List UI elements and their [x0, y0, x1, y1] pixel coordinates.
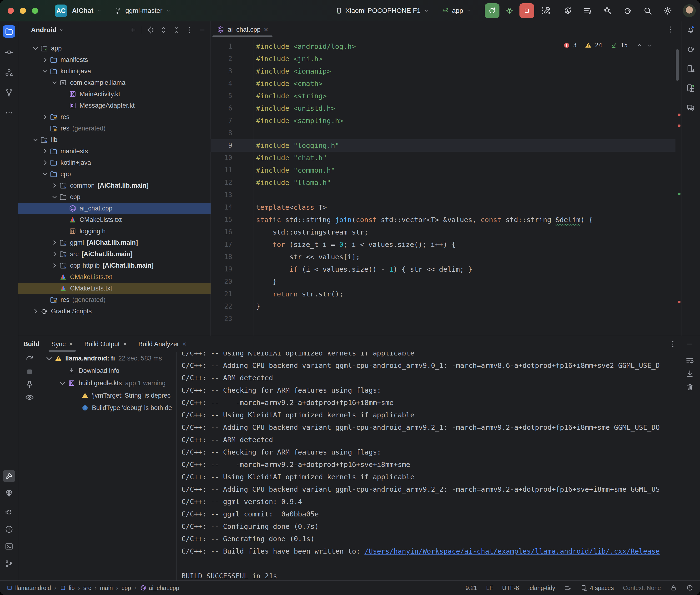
apply-changes-icon[interactable]	[563, 6, 572, 16]
tree-item-cmakelists-txt[interactable]: CMakeLists.txt	[18, 271, 211, 283]
soft-wrap-icon[interactable]	[685, 356, 694, 365]
tree-item-gradle-scripts[interactable]: Gradle Scripts	[18, 306, 211, 317]
tree-item-cmakelists-txt[interactable]: CMakeLists.txt	[18, 214, 211, 225]
error-stripe-mark[interactable]	[678, 124, 680, 127]
build-tree-item[interactable]: 'jvmTarget: String' is deprec	[43, 389, 176, 402]
tree-item-kotlin-java[interactable]: kotlin+java	[18, 157, 211, 168]
chevron-down-icon[interactable]	[50, 78, 59, 87]
collapse-all-icon[interactable]	[172, 26, 180, 34]
project-view-mode[interactable]: Android	[31, 26, 56, 34]
terminal-tool-button[interactable]	[3, 540, 15, 552]
running-devices-button[interactable]	[684, 82, 697, 94]
chevron-down-icon[interactable]	[40, 67, 50, 76]
breadcrumb-llama-android[interactable]: llama.android	[6, 585, 51, 591]
tree-item-com-example-llama[interactable]: com.example.llama	[18, 77, 211, 88]
chevron-right-icon[interactable]	[50, 181, 59, 190]
build-tab-sync[interactable]: Sync×	[46, 336, 79, 352]
tree-item-cpp[interactable]: cpp	[18, 168, 211, 180]
line-ending[interactable]: LF	[486, 585, 493, 591]
expand-all-icon[interactable]	[160, 26, 168, 34]
build-project-icon[interactable]	[543, 6, 552, 16]
chevron-down-icon[interactable]	[40, 170, 50, 178]
settings-icon[interactable]	[663, 6, 672, 16]
caret-position[interactable]: 9:21	[466, 585, 477, 591]
tree-item-cpp-httplib[interactable]: cpp-httplib[AiChat.lib.main]	[18, 260, 211, 271]
close-tab-icon[interactable]: ×	[69, 340, 73, 348]
close-tab-icon[interactable]: ×	[123, 340, 127, 348]
tree-item-lib[interactable]: lib	[18, 134, 211, 145]
chevron-right-icon[interactable]	[40, 112, 50, 121]
version-control-tool-button[interactable]	[3, 558, 15, 570]
tree-item-common[interactable]: common[AiChat.lib.main]	[18, 180, 211, 191]
linter[interactable]: .clang-tidy	[528, 585, 555, 591]
build-console[interactable]: C/C++: -- Using KleidiAI optimized kerne…	[176, 352, 674, 581]
gradle-sync-icon[interactable]	[623, 6, 632, 16]
ok-stripe-mark[interactable]	[678, 193, 680, 195]
tree-item-res[interactable]: res(generated)	[18, 123, 211, 134]
debug-app-button[interactable]	[503, 4, 516, 18]
notifications-button[interactable]	[684, 23, 697, 36]
hide-panel-icon[interactable]	[198, 26, 206, 34]
breadcrumb-lib[interactable]: lib	[60, 585, 75, 591]
inspections-widget[interactable]: 3 24 15	[563, 42, 653, 49]
run-config-selector[interactable]: app	[441, 7, 472, 15]
code-style-icon[interactable]	[564, 584, 571, 591]
hide-build-panel-icon[interactable]	[685, 340, 694, 348]
tab-options-icon[interactable]	[666, 25, 674, 34]
chevron-down-icon[interactable]	[31, 135, 40, 144]
tree-item-messageadapter-kt[interactable]: MessageAdapter.kt	[18, 100, 211, 111]
lock-icon[interactable]	[670, 584, 677, 591]
tree-item-logging-h[interactable]: logging.h	[18, 225, 211, 237]
assistant-tool-button[interactable]	[3, 487, 15, 500]
add-icon[interactable]	[129, 26, 137, 34]
chevron-right-icon[interactable]	[40, 55, 50, 64]
close-tab-icon[interactable]: ×	[183, 340, 186, 348]
locate-file-icon[interactable]	[147, 26, 155, 34]
device-selector[interactable]: Xiaomi POCOPHONE F1	[335, 7, 429, 15]
problems-tool-button[interactable]	[3, 523, 15, 536]
indent-setting[interactable]: 4 spaces	[581, 584, 614, 591]
chevron-down-icon[interactable]	[57, 378, 68, 388]
close-tab-icon[interactable]: ×	[264, 26, 268, 33]
close-window-button[interactable]	[8, 8, 14, 14]
scroll-to-end-icon[interactable]	[685, 369, 694, 378]
tree-item-cpp[interactable]: cpp	[18, 191, 211, 203]
tree-item-ai-chat-cpp[interactable]: ai_chat.cpp	[18, 203, 211, 214]
tree-item-mainactivity-kt[interactable]: MainActivity.kt	[18, 88, 211, 100]
commit-tool-button[interactable]	[3, 46, 15, 59]
next-issue-icon[interactable]	[646, 42, 653, 49]
code-area[interactable]: 1234567891011121314151617181920212223 #i…	[211, 38, 681, 336]
build-tool-button[interactable]	[3, 470, 15, 482]
build-tab-build-output[interactable]: Build Output×	[79, 336, 133, 352]
gemini-chat-button[interactable]	[684, 102, 697, 114]
error-stripe-mark[interactable]	[678, 301, 680, 303]
rerun-build-icon[interactable]	[25, 354, 34, 364]
breadcrumb-main[interactable]: main	[100, 585, 113, 591]
pull-requests-button[interactable]	[3, 87, 15, 99]
prev-issue-icon[interactable]	[636, 42, 643, 49]
chevron-right-icon[interactable]	[31, 307, 40, 316]
chevron-down-icon[interactable]	[59, 27, 64, 33]
build-tree-item[interactable]: BuildType 'debug' is both de	[43, 402, 176, 414]
stop-app-button[interactable]	[520, 3, 534, 18]
chevron-right-icon[interactable]	[50, 261, 59, 270]
build-tree-item[interactable]: build.gradle.ktsapp 1 warning	[43, 377, 176, 389]
chevron-down-icon[interactable]	[31, 44, 40, 53]
tree-item-src[interactable]: src[AiChat.lib.main]	[18, 248, 211, 260]
tree-item-kotlin-java[interactable]: kotlin+java	[18, 65, 211, 77]
structure-tool-button[interactable]	[3, 66, 15, 79]
user-avatar[interactable]	[683, 4, 696, 17]
search-everywhere-icon[interactable]	[643, 6, 652, 16]
tree-item-app[interactable]: app	[18, 42, 211, 54]
error-stripe-mark[interactable]	[678, 114, 680, 116]
build-options-icon[interactable]	[669, 340, 677, 348]
zoom-window-button[interactable]	[32, 8, 38, 14]
tree-item-res[interactable]: res	[18, 111, 211, 123]
chevron-right-icon[interactable]	[40, 158, 50, 167]
project-tool-button[interactable]	[3, 25, 15, 38]
tree-item-res[interactable]: res(generated)	[18, 294, 211, 306]
tree-item-manifests[interactable]: manifests	[18, 145, 211, 157]
tree-item-ggml[interactable]: ggml[AiChat.lib.main]	[18, 237, 211, 248]
chevron-down-icon[interactable]	[44, 353, 54, 364]
device-manager-button[interactable]	[684, 62, 697, 75]
